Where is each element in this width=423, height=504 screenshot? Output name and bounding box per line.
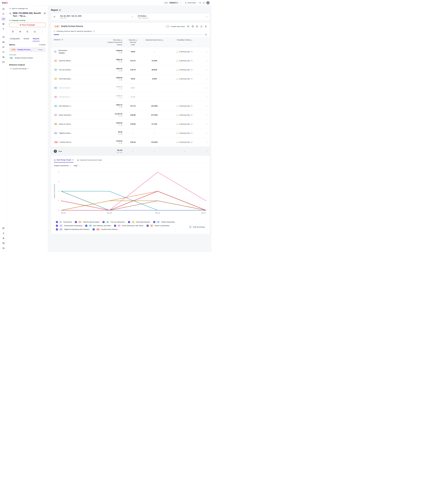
nav-insights[interactable] <box>1 45 6 49</box>
row-menu-button[interactable]: ⋮ <box>204 141 210 143</box>
filter-funnel[interactable] <box>51 13 58 20</box>
legend-item-V8[interactable]: ✓ V8 Sicher & schmerzfrei <box>147 224 169 227</box>
nav-panel[interactable] <box>1 246 6 250</box>
session-recordings-link[interactable]: Session Recordings <box>10 68 46 70</box>
play-circle-icon[interactable] <box>59 9 61 11</box>
legend-checkbox[interactable]: ✓ <box>75 221 77 223</box>
metric-m2-item[interactable]: M2 Shopify Checkout Started <box>9 57 46 59</box>
info-icon[interactable]: i <box>191 60 193 61</box>
need-help-button[interactable]: Need Help? <box>184 1 197 4</box>
nav-plan[interactable] <box>1 60 6 64</box>
question-icon[interactable]: ? <box>72 159 74 161</box>
nav-heatmaps[interactable] <box>1 50 6 54</box>
row-menu-button[interactable]: ⋮ <box>204 51 210 53</box>
metric-select[interactable]: Unique Conversions <box>54 165 71 167</box>
pie-chart-icon[interactable] <box>191 25 194 28</box>
metric-name[interactable]: Shopify Purchase Revenue <box>61 25 83 28</box>
metric-m1-item[interactable]: M1 Shopify Purchas... Primary <box>9 47 46 52</box>
nav-settings[interactable] <box>1 236 6 240</box>
question-icon[interactable]: ? <box>121 40 122 41</box>
question-icon[interactable]: ? <box>191 40 192 41</box>
more-actions-button[interactable]: ⋮ <box>38 29 46 34</box>
user-avatar[interactable] <box>206 1 209 4</box>
legend-checkbox[interactable]: ✓ <box>56 225 58 227</box>
info-icon[interactable]: i <box>191 123 193 125</box>
row-menu-button[interactable]: ⋮ <box>204 87 210 89</box>
m1-metric-link[interactable]: Shopify Purchas... <box>18 49 36 50</box>
row-menu-button[interactable]: ⋮ <box>204 78 210 80</box>
info-icon[interactable]: i <box>191 141 193 143</box>
row-menu-button[interactable]: ⋮ <box>204 60 210 62</box>
copy-icon[interactable] <box>176 2 178 4</box>
segment-dropdown[interactable]: All Visitors Visitor Segments <box>136 13 210 20</box>
legend-item-V3[interactable]: ✓ V3 Ohne Beschwerden <box>128 221 150 223</box>
bell-icon[interactable] <box>205 34 207 36</box>
tab-expected-improvement-graph[interactable]: Expected Improvement Graph <box>77 159 102 162</box>
tab-reports[interactable]: Reports <box>33 37 40 41</box>
tab-date-range-graph[interactable]: Date Range Graph ? <box>54 159 74 162</box>
row-menu-button[interactable]: ⋮ <box>204 105 210 107</box>
legend-checkbox[interactable]: ✓ <box>147 225 149 227</box>
gear-icon[interactable] <box>205 25 207 28</box>
indepth-toggle[interactable] <box>165 25 169 28</box>
legend-checkbox[interactable]: ✓ <box>56 228 58 230</box>
nav-funnel-tests[interactable] <box>1 12 6 16</box>
legend-item-V9[interactable]: ✓ V9 Tägliche Anwendung ohne Schmerz <box>56 228 89 230</box>
legend-checkbox[interactable]: ✓ <box>153 221 155 223</box>
history-button[interactable] <box>31 29 38 34</box>
legend-item-V7[interactable]: ✓ V7 Keine Schmerzen, kein Stress <box>114 224 143 227</box>
row-menu-button[interactable]: ⋮ <box>204 69 210 71</box>
legend-item-V10[interactable]: ✓ V10 Komfort ohne Schmerz <box>93 228 118 230</box>
archive-button[interactable] <box>9 29 17 34</box>
row-menu-button[interactable]: ⋮ <box>204 96 210 98</box>
info-icon[interactable]: i <box>191 132 193 134</box>
nav-ab-testing[interactable]: A⁄B <box>1 17 6 21</box>
legend-item-C[interactable]: ✓ C Schmerzfrei <box>56 221 72 223</box>
row-menu-button[interactable]: ⋮ <box>204 114 210 116</box>
row-menu-button[interactable]: ⋮ <box>204 132 210 134</box>
info-icon[interactable]: i <box>191 78 193 80</box>
legend-item-V1[interactable]: ✓ V1 Sanft für deinen Körper <box>75 221 99 223</box>
legend-item-V2[interactable]: ✓ V2 Frei von Schmerzen <box>103 221 125 223</box>
legend-item-V4[interactable]: ✓ V4 Sanfte Anwendung <box>153 221 175 223</box>
nav-deploy[interactable] <box>1 35 6 39</box>
pulse-icon[interactable] <box>199 2 201 4</box>
book-icon[interactable] <box>196 25 198 28</box>
info-icon[interactable]: i <box>191 69 193 71</box>
row-menu-button[interactable]: ⋮ <box>204 123 210 125</box>
interval-select[interactable]: Daily <box>74 165 80 167</box>
nav-changelog[interactable] <box>1 241 6 245</box>
bell-icon[interactable] <box>203 2 205 4</box>
nav-tutorials[interactable] <box>1 226 6 230</box>
date-filter-dropdown[interactable]: Nov 28, 2025 - Dec 01, 2025 Date Filter <box>58 13 136 20</box>
duplicate-button[interactable] <box>24 29 31 34</box>
legend-checkbox[interactable]: ✓ <box>128 221 130 223</box>
compare-link[interactable]: Compare <box>39 44 46 46</box>
edit-pencil-icon[interactable] <box>44 12 46 14</box>
info-icon[interactable]: i <box>191 105 193 107</box>
back-to-campaigns-link[interactable]: Back to campaigns list <box>9 8 46 9</box>
info-icon[interactable]: i <box>191 51 193 53</box>
info-icon[interactable]: i <box>191 114 193 116</box>
legend-checkbox[interactable]: ✓ <box>56 221 58 223</box>
question-icon[interactable]: ? <box>136 40 137 41</box>
tab-review[interactable]: Review <box>23 37 29 41</box>
legend-checkbox[interactable]: ✓ <box>85 225 87 227</box>
nav-layers[interactable] <box>1 55 6 59</box>
legend-checkbox[interactable]: ✓ <box>103 221 104 223</box>
legend-item-V5[interactable]: ✓ V5 Schmerzfreie Anwendung <box>56 224 82 227</box>
legend-item-V6[interactable]: ✓ V6 Kein Stechen, kein Pieks <box>85 224 111 227</box>
nav-dashboard[interactable] <box>1 7 6 11</box>
legend-checkbox[interactable]: ✓ <box>93 228 95 230</box>
nav-widgets[interactable] <box>1 22 6 26</box>
email-button[interactable] <box>17 29 24 34</box>
nav-data[interactable] <box>1 40 6 44</box>
nav-split[interactable] <box>1 27 6 31</box>
vwo-logo[interactable]: VwO <box>2 1 8 4</box>
legend-checkbox[interactable]: ✓ <box>114 225 116 227</box>
health-heart-icon[interactable] <box>187 25 189 28</box>
question-icon[interactable]: ? <box>162 40 163 41</box>
row-menu-button[interactable]: ⋮ <box>204 150 210 152</box>
info-icon[interactable]: i <box>93 30 95 32</box>
pause-campaign-button[interactable]: Pause Campaign <box>9 23 46 27</box>
